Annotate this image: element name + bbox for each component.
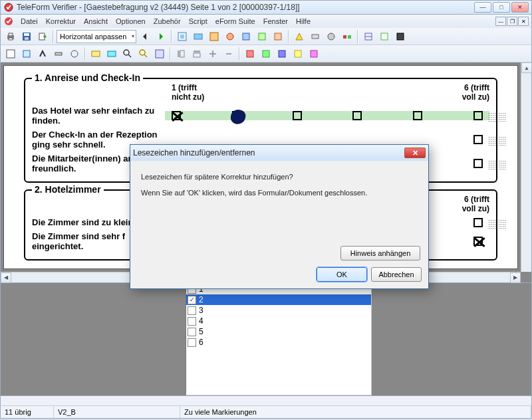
t2-l-icon[interactable] [190,47,204,61]
dialog-close-icon[interactable]: ✕ [404,148,426,158]
minimize-button[interactable]: — [474,2,491,13]
menu-ansicht[interactable]: Ansicht [80,16,112,27]
t2-r-icon[interactable] [291,47,305,61]
t2-b-icon[interactable] [19,47,34,61]
tool-l-icon[interactable] [361,29,376,44]
checkbox-icon[interactable] [293,111,302,120]
svg-rect-24 [397,33,404,40]
svg-rect-29 [92,51,100,56]
svg-rect-37 [180,51,184,57]
svg-rect-14 [243,33,249,40]
svg-rect-40 [247,51,253,57]
mdi-close[interactable]: ✕ [518,17,529,26]
save-icon[interactable] [19,29,34,44]
list-item[interactable]: 3 [186,305,371,316]
menu-hilfe[interactable]: Hilfe [292,16,315,27]
list-item[interactable]: 4 [186,316,371,326]
t2-s-icon[interactable] [307,47,321,61]
tool-e-icon[interactable] [239,29,253,44]
checkbox-icon[interactable] [172,111,181,120]
svg-point-33 [140,50,145,55]
statusbar: 11 übrig V2_B Zu viele Markierungen [0,405,532,419]
t2-e-icon[interactable] [67,47,82,61]
t2-h-icon[interactable] [120,47,135,61]
t2-g-icon[interactable] [104,47,119,61]
dialog-text-1: Lesezeichen für spätere Korrektur hinzuf… [141,173,418,181]
t2-f-icon[interactable] [88,47,103,61]
print-icon[interactable] [3,29,18,44]
scroll-left-icon[interactable]: ◀ [1,272,11,283]
checkbox-icon[interactable]: ✓ [188,296,196,304]
tool-h-icon[interactable] [292,29,307,44]
attach-note-button[interactable]: Hinweis anhängen [340,246,420,261]
dialog-titlebar[interactable]: Lesezeichen hinzufügen/entfernen ✕ [130,145,428,161]
t2-q-icon[interactable] [275,47,289,61]
prev-icon[interactable] [138,29,152,44]
list-item[interactable]: 6 [186,337,371,348]
checkbox-icon[interactable] [188,328,196,336]
mdi-minimize[interactable]: — [495,17,506,26]
menu-zubehoer[interactable]: Zubehör [150,16,185,27]
menu-korrektur[interactable]: Korrektur [42,16,80,27]
t2-k-icon[interactable] [174,47,188,61]
scan-noise [488,219,505,229]
menu-datei[interactable]: Datei [17,16,42,27]
dialog-title: Lesezeichen hinzufügen/entfernen [133,148,255,158]
tool-a-icon[interactable] [175,29,190,44]
zoom-combo[interactable]: Horizontal anpassen [57,30,136,43]
t2-n-icon[interactable] [221,47,236,61]
t2-d-icon[interactable] [51,47,66,61]
t2-o-icon[interactable] [243,47,257,61]
maximize-button[interactable]: □ [493,2,510,13]
svg-rect-42 [279,51,285,57]
tool-c-icon[interactable] [207,29,221,44]
scroll-up-icon[interactable]: ▲ [521,62,532,73]
checkbox-icon[interactable] [188,306,196,315]
list-item[interactable]: ✓2 [186,294,371,305]
checkbox-icon[interactable] [473,159,483,168]
menu-script[interactable]: Script [185,16,211,27]
checkbox-icon[interactable] [188,338,196,347]
t2-p-icon[interactable] [259,47,273,61]
checkbox-icon[interactable] [188,317,196,326]
tool-f-icon[interactable] [255,29,269,44]
tool-d-icon[interactable] [223,29,237,44]
close-button[interactable]: ✕ [511,2,529,13]
tool-m-icon[interactable] [377,29,392,44]
t2-c-icon[interactable] [35,47,50,61]
checkbox-icon[interactable] [473,135,483,144]
tool-k-icon[interactable] [340,29,354,44]
t2-j-icon[interactable] [152,47,167,61]
vertical-scrollbar[interactable]: ▲ [521,62,531,272]
mdi-restore[interactable]: ❐ [507,17,517,26]
list-item-label: 5 [199,327,203,336]
checkbox-icon[interactable] [473,218,483,227]
svg-rect-6 [24,33,29,36]
svg-line-32 [128,54,131,57]
tool-g-icon[interactable] [271,29,285,44]
tool-i-icon[interactable] [308,29,323,44]
scroll-right-icon[interactable]: ▶ [510,272,521,283]
ok-button[interactable]: OK [317,267,367,282]
list-item[interactable]: 5 [186,326,371,337]
checkbox-icon[interactable] [352,111,362,120]
q1-scale[interactable] [165,111,489,120]
checkbox-icon[interactable] [473,111,483,120]
menu-optionen[interactable]: Optionen [112,16,150,27]
tool-b-icon[interactable] [191,29,205,44]
checkbox-icon[interactable] [413,111,422,120]
menu-fenster[interactable]: Fenster [259,16,292,27]
next-icon[interactable] [154,29,168,44]
t2-i-icon[interactable] [136,47,151,61]
t2-m-icon[interactable] [205,47,220,61]
t2-a-icon[interactable] [3,47,18,61]
tool-j-icon[interactable] [324,29,338,44]
value-list[interactable]: 1✓23456 [186,283,372,395]
cancel-button[interactable]: Abbrechen [371,267,422,282]
menu-eform[interactable]: eForm Suite [211,16,259,27]
export-icon[interactable] [35,29,50,44]
checkbox-icon[interactable] [232,111,241,120]
tool-n-icon[interactable] [393,29,408,44]
checkbox-icon[interactable] [473,237,483,246]
q2-scale[interactable] [165,135,489,144]
